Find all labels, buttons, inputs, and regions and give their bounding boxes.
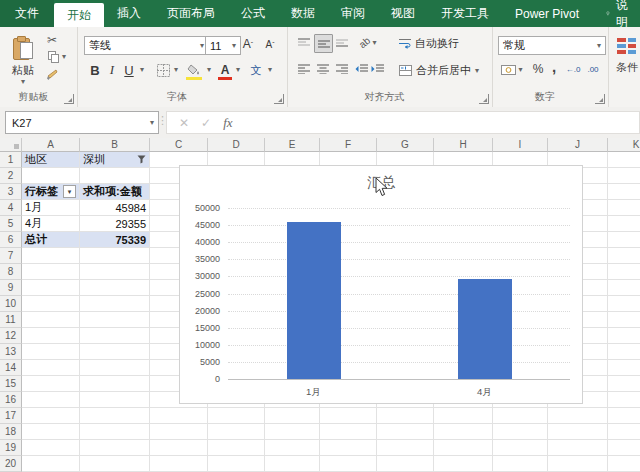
cell-A7[interactable] xyxy=(22,248,80,264)
cell-B20[interactable] xyxy=(80,456,150,472)
cell-C17[interactable] xyxy=(150,408,208,424)
cell-A16[interactable] xyxy=(22,392,80,408)
cell-K12[interactable] xyxy=(608,328,640,344)
cell-A11[interactable] xyxy=(22,312,80,328)
cell-A6[interactable]: 总计 xyxy=(22,232,80,248)
cell-A12[interactable] xyxy=(22,328,80,344)
font-dialog-launcher[interactable] xyxy=(274,94,284,104)
cell-B3[interactable]: 求和项:金额 xyxy=(80,184,150,200)
fill-color-button[interactable] xyxy=(185,60,203,80)
underline-button[interactable]: U xyxy=(121,61,137,79)
align-top-button[interactable] xyxy=(295,34,312,51)
chevron-down-icon[interactable]: ▾ xyxy=(265,65,275,75)
format-painter-button[interactable] xyxy=(44,68,60,82)
increase-indent-button[interactable] xyxy=(369,60,386,77)
cell-E20[interactable] xyxy=(265,456,320,472)
merge-center-button[interactable]: 合并后居中 ▾ xyxy=(399,63,479,78)
row-header-9[interactable]: 9 xyxy=(0,280,22,296)
cell-A17[interactable] xyxy=(22,408,80,424)
align-left-button[interactable] xyxy=(295,60,312,77)
cell-F18[interactable] xyxy=(320,424,377,440)
cell-F17[interactable] xyxy=(320,408,377,424)
wrap-text-button[interactable]: 自动换行 xyxy=(399,36,459,51)
row-header-16[interactable]: 16 xyxy=(0,392,22,408)
font-color-button[interactable]: A xyxy=(217,60,233,80)
cell-A4[interactable]: 1月 xyxy=(22,200,80,216)
cell-A14[interactable] xyxy=(22,360,80,376)
decrease-font-size-button[interactable]: Aˇ xyxy=(261,35,279,53)
cell-K4[interactable] xyxy=(608,200,640,216)
cell-I20[interactable] xyxy=(493,456,548,472)
cell-K20[interactable] xyxy=(608,456,640,472)
row-header-13[interactable]: 13 xyxy=(0,344,22,360)
chevron-down-icon[interactable]: ▾ xyxy=(150,119,154,127)
column-header-A[interactable]: A xyxy=(22,138,80,152)
formula-input[interactable] xyxy=(245,112,639,133)
cell-A15[interactable] xyxy=(22,376,80,392)
cell-B4[interactable]: 45984 xyxy=(80,200,150,216)
cell-K10[interactable] xyxy=(608,296,640,312)
conditional-formatting-button[interactable]: 条件 xyxy=(614,32,640,78)
column-header-G[interactable]: G xyxy=(377,138,434,152)
cell-K6[interactable] xyxy=(608,232,640,248)
cell-G20[interactable] xyxy=(377,456,434,472)
align-middle-button[interactable] xyxy=(314,34,333,53)
align-center-button[interactable] xyxy=(314,60,331,77)
paste-button[interactable]: 粘贴 ▾ xyxy=(8,32,38,90)
cell-G19[interactable] xyxy=(377,440,434,456)
cell-K9[interactable] xyxy=(608,280,640,296)
cell-A1[interactable]: 地区 xyxy=(22,152,80,168)
cell-C18[interactable] xyxy=(150,424,208,440)
row-header-3[interactable]: 3 xyxy=(0,184,22,200)
cell-K19[interactable] xyxy=(608,440,640,456)
cell-B14[interactable] xyxy=(80,360,150,376)
cell-K5[interactable] xyxy=(608,216,640,232)
cell-B5[interactable]: 29355 xyxy=(80,216,150,232)
cell-J18[interactable] xyxy=(548,424,608,440)
cell-K13[interactable] xyxy=(608,344,640,360)
bold-button[interactable]: B xyxy=(87,61,103,79)
cell-E17[interactable] xyxy=(265,408,320,424)
cell-I19[interactable] xyxy=(493,440,548,456)
row-header-14[interactable]: 14 xyxy=(0,360,22,376)
insert-function-icon[interactable]: fx xyxy=(223,115,232,131)
cell-K7[interactable] xyxy=(608,248,640,264)
row-header-6[interactable]: 6 xyxy=(0,232,22,248)
cell-H19[interactable] xyxy=(434,440,493,456)
select-all-corner[interactable] xyxy=(0,138,22,152)
cell-H17[interactable] xyxy=(434,408,493,424)
cell-A9[interactable] xyxy=(22,280,80,296)
cell-H18[interactable] xyxy=(434,424,493,440)
cell-A18[interactable] xyxy=(22,424,80,440)
cell-B11[interactable] xyxy=(80,312,150,328)
cell-J20[interactable] xyxy=(548,456,608,472)
cell-B7[interactable] xyxy=(80,248,150,264)
cell-B1[interactable]: 深圳 xyxy=(80,152,150,168)
italic-button[interactable]: I xyxy=(105,61,119,79)
font-size-select[interactable]: 11▾ xyxy=(205,36,241,55)
column-header-J[interactable]: J xyxy=(548,138,608,152)
cell-G18[interactable] xyxy=(377,424,434,440)
cell-B15[interactable] xyxy=(80,376,150,392)
cell-D18[interactable] xyxy=(208,424,265,440)
cell-A20[interactable] xyxy=(22,456,80,472)
cell-E19[interactable] xyxy=(265,440,320,456)
align-right-button[interactable] xyxy=(333,60,350,77)
tab-页面布局[interactable]: 页面布局 xyxy=(154,0,228,27)
cell-A3[interactable]: 行标签▾ xyxy=(22,184,80,200)
row-header-4[interactable]: 4 xyxy=(0,200,22,216)
tab-审阅[interactable]: 审阅 xyxy=(328,0,378,27)
increase-decimal-button[interactable]: ←.0 xyxy=(564,61,582,78)
cell-K3[interactable] xyxy=(608,184,640,200)
cell-K16[interactable] xyxy=(608,392,640,408)
percent-style-button[interactable]: % xyxy=(530,60,546,78)
cell-C20[interactable] xyxy=(150,456,208,472)
orientation-button[interactable]: ab ▾ xyxy=(355,34,381,51)
column-header-H[interactable]: H xyxy=(434,138,493,152)
cell-K15[interactable] xyxy=(608,376,640,392)
column-header-D[interactable]: D xyxy=(208,138,265,152)
bar-1月[interactable] xyxy=(287,222,341,379)
tab-开发工具[interactable]: 开发工具 xyxy=(428,0,502,27)
cell-A13[interactable] xyxy=(22,344,80,360)
cell-D19[interactable] xyxy=(208,440,265,456)
